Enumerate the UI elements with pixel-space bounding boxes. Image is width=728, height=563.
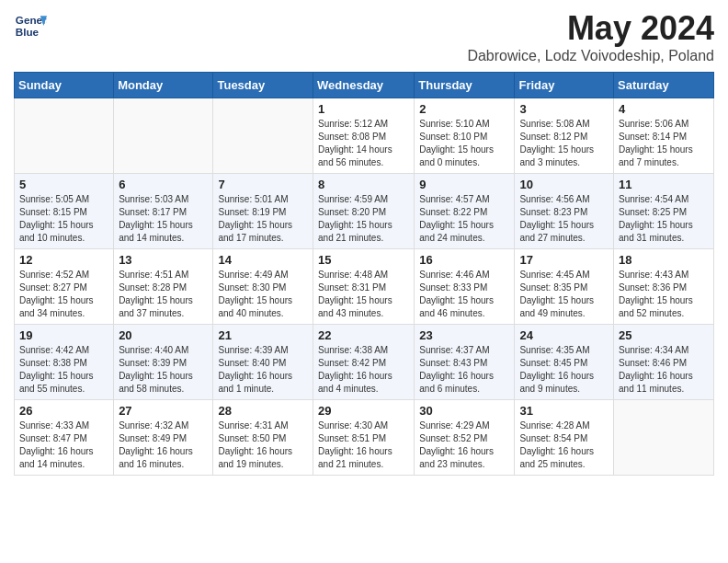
day-cell: 20Sunrise: 4:40 AM Sunset: 8:39 PM Dayli… xyxy=(114,325,213,400)
day-number: 18 xyxy=(619,253,709,267)
day-number: 7 xyxy=(218,178,308,191)
header-cell-thursday: Thursday xyxy=(415,73,515,98)
day-info: Sunrise: 5:12 AM Sunset: 8:08 PM Dayligh… xyxy=(318,118,409,169)
day-info: Sunrise: 5:05 AM Sunset: 8:15 PM Dayligh… xyxy=(19,193,108,245)
day-number: 31 xyxy=(519,404,609,418)
day-cell: 25Sunrise: 4:34 AM Sunset: 8:46 PM Dayli… xyxy=(614,325,714,400)
day-cell: 28Sunrise: 4:31 AM Sunset: 8:50 PM Dayli… xyxy=(213,400,313,476)
title-area: May 2024 Dabrowice, Lodz Voivodeship, Po… xyxy=(467,9,714,64)
day-info: Sunrise: 5:08 AM Sunset: 8:12 PM Dayligh… xyxy=(519,118,609,169)
day-info: Sunrise: 4:59 AM Sunset: 8:20 PM Dayligh… xyxy=(318,193,409,245)
day-info: Sunrise: 4:30 AM Sunset: 8:51 PM Dayligh… xyxy=(318,419,409,471)
week-row-3: 12Sunrise: 4:52 AM Sunset: 8:27 PM Dayli… xyxy=(15,249,714,325)
day-info: Sunrise: 4:32 AM Sunset: 8:49 PM Dayligh… xyxy=(119,419,208,471)
day-cell: 31Sunrise: 4:28 AM Sunset: 8:54 PM Dayli… xyxy=(515,400,614,476)
month-title: May 2024 xyxy=(467,9,714,48)
day-cell: 26Sunrise: 4:33 AM Sunset: 8:47 PM Dayli… xyxy=(15,400,114,476)
location-title: Dabrowice, Lodz Voivodeship, Poland xyxy=(467,48,714,64)
day-number: 14 xyxy=(218,253,308,267)
day-number: 5 xyxy=(19,178,108,191)
day-number: 11 xyxy=(619,178,709,191)
header: General Blue May 2024 Dabrowice, Lodz Vo… xyxy=(14,9,714,64)
day-cell: 7Sunrise: 5:01 AM Sunset: 8:19 PM Daylig… xyxy=(213,174,313,249)
header-cell-friday: Friday xyxy=(515,73,614,98)
day-cell xyxy=(614,400,714,476)
day-cell: 6Sunrise: 5:03 AM Sunset: 8:17 PM Daylig… xyxy=(114,174,213,249)
day-cell: 23Sunrise: 4:37 AM Sunset: 8:43 PM Dayli… xyxy=(415,325,515,400)
day-number: 6 xyxy=(119,178,208,191)
day-number: 30 xyxy=(419,404,509,418)
day-number: 29 xyxy=(318,404,409,418)
day-info: Sunrise: 4:28 AM Sunset: 8:54 PM Dayligh… xyxy=(519,419,609,471)
day-number: 1 xyxy=(318,102,409,116)
day-info: Sunrise: 5:03 AM Sunset: 8:17 PM Dayligh… xyxy=(119,193,208,245)
day-info: Sunrise: 4:43 AM Sunset: 8:36 PM Dayligh… xyxy=(619,269,709,320)
svg-text:Blue: Blue xyxy=(16,26,40,38)
day-cell: 4Sunrise: 5:06 AM Sunset: 8:14 PM Daylig… xyxy=(614,98,714,174)
day-info: Sunrise: 4:48 AM Sunset: 8:31 PM Dayligh… xyxy=(318,269,409,320)
logo: General Blue xyxy=(14,9,47,42)
header-cell-wednesday: Wednesday xyxy=(313,73,415,98)
day-cell: 8Sunrise: 4:59 AM Sunset: 8:20 PM Daylig… xyxy=(313,174,415,249)
day-number: 21 xyxy=(218,328,308,342)
day-cell: 2Sunrise: 5:10 AM Sunset: 8:10 PM Daylig… xyxy=(415,98,515,174)
day-info: Sunrise: 4:35 AM Sunset: 8:45 PM Dayligh… xyxy=(519,344,609,396)
day-info: Sunrise: 4:42 AM Sunset: 8:38 PM Dayligh… xyxy=(19,344,108,396)
week-row-2: 5Sunrise: 5:05 AM Sunset: 8:15 PM Daylig… xyxy=(15,174,714,249)
day-number: 20 xyxy=(119,328,208,342)
day-cell xyxy=(213,98,313,174)
day-number: 25 xyxy=(619,328,709,342)
day-cell: 13Sunrise: 4:51 AM Sunset: 8:28 PM Dayli… xyxy=(114,249,213,325)
day-cell: 12Sunrise: 4:52 AM Sunset: 8:27 PM Dayli… xyxy=(15,249,114,325)
day-number: 26 xyxy=(19,404,108,418)
day-info: Sunrise: 4:57 AM Sunset: 8:22 PM Dayligh… xyxy=(419,193,509,245)
day-number: 10 xyxy=(519,178,609,191)
day-cell: 11Sunrise: 4:54 AM Sunset: 8:25 PM Dayli… xyxy=(614,174,714,249)
day-cell: 22Sunrise: 4:38 AM Sunset: 8:42 PM Dayli… xyxy=(313,325,415,400)
week-row-4: 19Sunrise: 4:42 AM Sunset: 8:38 PM Dayli… xyxy=(15,325,714,400)
day-cell: 1Sunrise: 5:12 AM Sunset: 8:08 PM Daylig… xyxy=(313,98,415,174)
day-cell xyxy=(15,98,114,174)
day-number: 23 xyxy=(419,328,509,342)
day-info: Sunrise: 4:33 AM Sunset: 8:47 PM Dayligh… xyxy=(19,419,108,471)
day-number: 19 xyxy=(19,328,108,342)
day-cell: 29Sunrise: 4:30 AM Sunset: 8:51 PM Dayli… xyxy=(313,400,415,476)
day-number: 12 xyxy=(19,253,108,267)
calendar-table: SundayMondayTuesdayWednesdayThursdayFrid… xyxy=(14,72,714,476)
day-info: Sunrise: 4:39 AM Sunset: 8:40 PM Dayligh… xyxy=(218,344,308,396)
day-info: Sunrise: 4:49 AM Sunset: 8:30 PM Dayligh… xyxy=(218,269,308,320)
day-info: Sunrise: 5:01 AM Sunset: 8:19 PM Dayligh… xyxy=(218,193,308,245)
day-number: 4 xyxy=(619,102,709,116)
day-number: 17 xyxy=(519,253,609,267)
day-info: Sunrise: 4:51 AM Sunset: 8:28 PM Dayligh… xyxy=(119,269,208,320)
day-info: Sunrise: 4:40 AM Sunset: 8:39 PM Dayligh… xyxy=(119,344,208,396)
day-info: Sunrise: 5:10 AM Sunset: 8:10 PM Dayligh… xyxy=(419,118,509,169)
day-number: 2 xyxy=(419,102,509,116)
calendar-body: 1Sunrise: 5:12 AM Sunset: 8:08 PM Daylig… xyxy=(15,98,714,476)
day-cell: 21Sunrise: 4:39 AM Sunset: 8:40 PM Dayli… xyxy=(213,325,313,400)
day-info: Sunrise: 4:38 AM Sunset: 8:42 PM Dayligh… xyxy=(318,344,409,396)
day-info: Sunrise: 5:06 AM Sunset: 8:14 PM Dayligh… xyxy=(619,118,709,169)
day-number: 13 xyxy=(119,253,208,267)
header-cell-sunday: Sunday xyxy=(15,73,114,98)
calendar-header-row: SundayMondayTuesdayWednesdayThursdayFrid… xyxy=(15,73,714,98)
day-cell: 3Sunrise: 5:08 AM Sunset: 8:12 PM Daylig… xyxy=(515,98,614,174)
day-cell: 10Sunrise: 4:56 AM Sunset: 8:23 PM Dayli… xyxy=(515,174,614,249)
day-info: Sunrise: 4:37 AM Sunset: 8:43 PM Dayligh… xyxy=(419,344,509,396)
day-number: 16 xyxy=(419,253,509,267)
week-row-1: 1Sunrise: 5:12 AM Sunset: 8:08 PM Daylig… xyxy=(15,98,714,174)
day-cell: 18Sunrise: 4:43 AM Sunset: 8:36 PM Dayli… xyxy=(614,249,714,325)
day-info: Sunrise: 4:46 AM Sunset: 8:33 PM Dayligh… xyxy=(419,269,509,320)
day-cell: 19Sunrise: 4:42 AM Sunset: 8:38 PM Dayli… xyxy=(15,325,114,400)
header-cell-saturday: Saturday xyxy=(614,73,714,98)
day-number: 22 xyxy=(318,328,409,342)
header-cell-tuesday: Tuesday xyxy=(213,73,313,98)
day-number: 8 xyxy=(318,178,409,191)
day-cell: 30Sunrise: 4:29 AM Sunset: 8:52 PM Dayli… xyxy=(415,400,515,476)
day-cell: 14Sunrise: 4:49 AM Sunset: 8:30 PM Dayli… xyxy=(213,249,313,325)
day-info: Sunrise: 4:34 AM Sunset: 8:46 PM Dayligh… xyxy=(619,344,709,396)
day-cell: 5Sunrise: 5:05 AM Sunset: 8:15 PM Daylig… xyxy=(15,174,114,249)
day-cell: 16Sunrise: 4:46 AM Sunset: 8:33 PM Dayli… xyxy=(415,249,515,325)
day-info: Sunrise: 4:52 AM Sunset: 8:27 PM Dayligh… xyxy=(19,269,108,320)
week-row-5: 26Sunrise: 4:33 AM Sunset: 8:47 PM Dayli… xyxy=(15,400,714,476)
